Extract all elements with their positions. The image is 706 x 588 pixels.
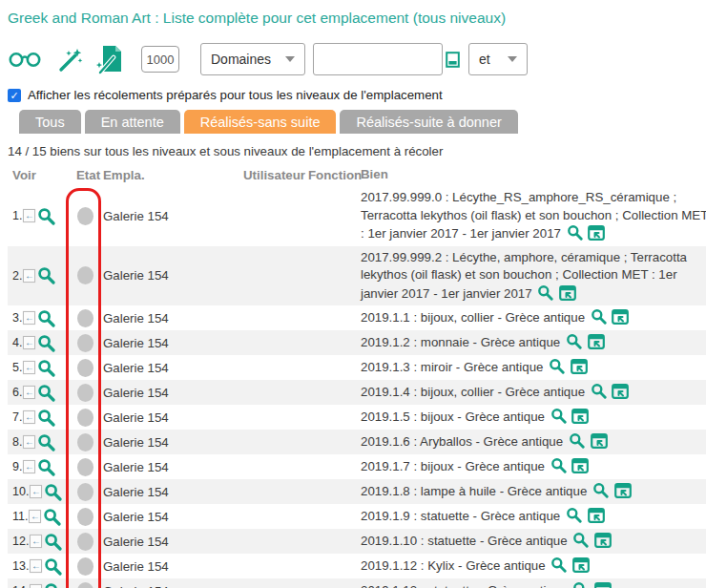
view-record-search-icon[interactable] xyxy=(44,557,62,576)
table-rows: 1.← Galerie 154 2017.99.999.0 : Lécythe_… xyxy=(8,186,706,588)
back-arrow-icon[interactable]: ← xyxy=(23,361,35,374)
view-record-search-icon[interactable] xyxy=(37,384,55,402)
chevron-down-icon xyxy=(508,56,517,62)
open-window-icon[interactable] xyxy=(588,225,605,241)
search-icon[interactable] xyxy=(572,581,589,588)
view-record-search-icon[interactable] xyxy=(37,458,55,476)
back-arrow-icon[interactable]: ← xyxy=(23,435,35,449)
back-arrow-icon[interactable]: ← xyxy=(23,209,35,222)
open-window-icon[interactable] xyxy=(591,433,608,449)
row-location: Galerie 154 xyxy=(103,435,243,450)
open-window-icon[interactable] xyxy=(614,483,632,498)
operator-select[interactable]: et xyxy=(468,43,528,75)
view-record-search-icon[interactable] xyxy=(37,334,55,352)
tab-en-attente[interactable]: En attente xyxy=(85,110,180,134)
tab-r-alis-s-sans-suite[interactable]: Réalisés-sans suite xyxy=(184,110,337,134)
row-bien-cell: 2017.99.999.0 : Lécythe_RS_amphore_RS_cé… xyxy=(361,186,706,246)
search-icon[interactable] xyxy=(569,432,585,449)
search-icon[interactable] xyxy=(566,333,582,349)
row-location: Galerie 154 xyxy=(103,510,243,524)
search-icon[interactable] xyxy=(591,308,607,325)
status-dot[interactable] xyxy=(77,409,93,427)
row-bien-actions xyxy=(571,534,612,548)
open-window-icon[interactable] xyxy=(571,359,588,374)
open-window-icon[interactable] xyxy=(559,285,576,301)
back-arrow-icon[interactable]: ← xyxy=(29,510,41,523)
row-bien-text: 2019.1.9 : statuette - Grèce antique xyxy=(361,509,560,523)
status-dot[interactable] xyxy=(77,334,93,352)
status-dot[interactable] xyxy=(77,557,93,576)
toolbar: Domaines et xyxy=(8,41,706,77)
status-dot[interactable] xyxy=(77,533,93,551)
back-arrow-icon[interactable]: ← xyxy=(30,559,42,573)
tab-r-alis-s-suite-donner[interactable]: Réalisés-suite à donner xyxy=(340,110,517,134)
show-recolements-checkbox[interactable]: ✓ xyxy=(8,89,21,102)
view-record-search-icon[interactable] xyxy=(44,533,62,551)
search-icon[interactable] xyxy=(537,284,553,301)
back-arrow-icon[interactable]: ← xyxy=(23,336,35,349)
open-window-icon[interactable] xyxy=(571,409,589,424)
open-window-icon[interactable] xyxy=(571,458,589,473)
search-area xyxy=(313,43,460,75)
open-window-icon[interactable] xyxy=(572,557,590,573)
filter-label: Afficher les récolements préparés pour t… xyxy=(28,88,443,102)
view-record-search-icon[interactable] xyxy=(37,207,55,225)
status-dot[interactable] xyxy=(77,207,93,225)
view-record-search-icon[interactable] xyxy=(44,582,62,588)
search-icon[interactable] xyxy=(549,358,565,374)
search-icon[interactable] xyxy=(572,532,589,548)
status-dot[interactable] xyxy=(77,433,93,452)
back-arrow-icon[interactable]: ← xyxy=(30,535,42,548)
table-row: 10.← Galerie 154 2019.1.8 : lampe à huil… xyxy=(8,479,706,504)
status-dot[interactable] xyxy=(77,359,93,377)
row-bien-cell: 2019.1.9 : statuette - Grèce antique xyxy=(361,504,706,529)
document-wand-icon[interactable] xyxy=(95,43,126,75)
magic-wand-icon[interactable] xyxy=(55,45,84,74)
status-dot[interactable] xyxy=(77,266,93,284)
search-icon[interactable] xyxy=(550,556,567,573)
search-icon[interactable] xyxy=(550,408,567,424)
table-row: 6.← Galerie 154 2019.1.4 : bijoux, colli… xyxy=(8,380,706,405)
status-dot[interactable] xyxy=(77,309,93,327)
open-window-icon[interactable] xyxy=(588,508,605,523)
open-window-icon[interactable] xyxy=(612,309,629,325)
open-window-icon[interactable] xyxy=(588,334,605,349)
result-limit-input[interactable] xyxy=(141,46,179,73)
search-icon[interactable] xyxy=(567,224,583,241)
status-dot[interactable] xyxy=(77,508,93,526)
back-arrow-icon[interactable]: ← xyxy=(23,386,35,399)
back-arrow-icon[interactable]: ← xyxy=(30,485,42,498)
open-window-icon[interactable] xyxy=(594,533,612,548)
status-dot[interactable] xyxy=(77,458,93,476)
table-row: 13.← Galerie 154 2019.1.12 : Kylix - Grè… xyxy=(8,554,706,578)
tab-label: Réalisés-suite à donner xyxy=(356,115,501,130)
row-number: 1. xyxy=(12,209,22,222)
tab-label: Tous xyxy=(35,115,65,130)
back-arrow-icon[interactable]: ← xyxy=(30,584,42,588)
view-record-search-icon[interactable] xyxy=(44,483,62,501)
view-record-search-icon[interactable] xyxy=(37,266,55,284)
view-record-search-icon[interactable] xyxy=(37,309,55,327)
glasses-icon[interactable] xyxy=(8,51,43,68)
list-lookup-icon[interactable] xyxy=(446,52,460,68)
open-window-icon[interactable] xyxy=(594,582,612,588)
view-record-search-icon[interactable] xyxy=(43,508,61,526)
status-dot[interactable] xyxy=(77,582,93,588)
search-icon[interactable] xyxy=(566,507,582,523)
view-record-search-icon[interactable] xyxy=(37,409,55,427)
view-record-search-icon[interactable] xyxy=(37,359,55,377)
search-icon[interactable] xyxy=(592,482,609,498)
tab-tous[interactable]: Tous xyxy=(19,110,81,134)
back-arrow-icon[interactable]: ← xyxy=(23,410,35,424)
search-input[interactable] xyxy=(313,43,443,75)
open-window-icon[interactable] xyxy=(612,384,629,399)
back-arrow-icon[interactable]: ← xyxy=(23,460,35,473)
status-dot[interactable] xyxy=(77,483,93,501)
domain-select[interactable]: Domaines xyxy=(200,43,305,75)
search-icon[interactable] xyxy=(550,457,567,473)
back-arrow-icon[interactable]: ← xyxy=(23,269,35,283)
view-record-search-icon[interactable] xyxy=(37,433,55,452)
search-icon[interactable] xyxy=(591,383,607,399)
back-arrow-icon[interactable]: ← xyxy=(23,311,35,325)
status-dot[interactable] xyxy=(77,384,93,402)
